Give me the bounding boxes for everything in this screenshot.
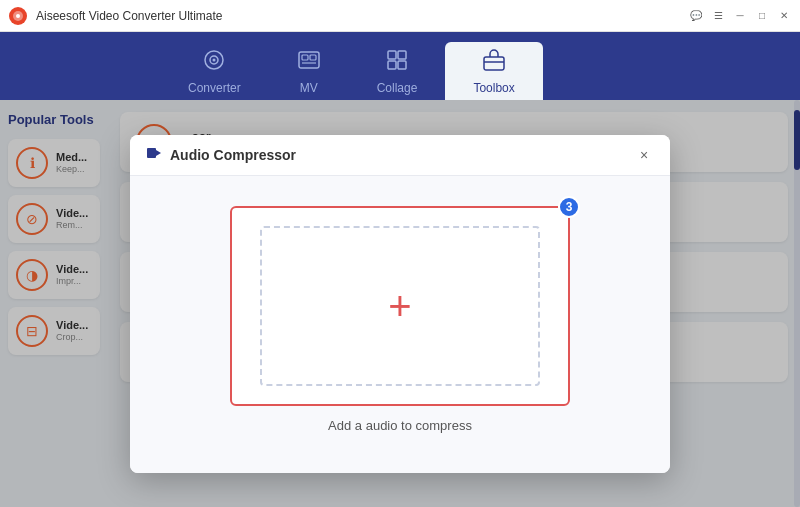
- svg-rect-16: [147, 148, 156, 158]
- mv-icon: [297, 48, 321, 77]
- tab-mv[interactable]: MV: [269, 42, 349, 100]
- tab-converter[interactable]: Converter: [160, 42, 269, 100]
- tab-mv-label: MV: [300, 81, 318, 95]
- converter-icon: [202, 48, 226, 77]
- svg-rect-10: [388, 51, 396, 59]
- modal-header: Audio Compressor ×: [130, 135, 670, 176]
- toolbox-icon: [482, 48, 506, 77]
- app-logo: [8, 6, 28, 26]
- tab-converter-label: Converter: [188, 81, 241, 95]
- drop-plus-icon: +: [388, 286, 411, 326]
- audio-compressor-modal: Audio Compressor × + 3 Add a audio to co…: [130, 135, 670, 473]
- menu-button[interactable]: ☰: [710, 8, 726, 24]
- svg-rect-12: [388, 61, 396, 69]
- drop-area-wrapper: + 3: [230, 206, 570, 406]
- drop-area-inner: +: [260, 226, 540, 386]
- modal-title: Audio Compressor: [170, 147, 626, 163]
- minimize-button[interactable]: ─: [732, 8, 748, 24]
- main-content: Popular Tools ℹ Med... Keep... ⊘ Vide...…: [0, 100, 800, 507]
- drop-area[interactable]: +: [230, 206, 570, 406]
- tab-toolbox-label: Toolbox: [473, 81, 514, 95]
- svg-rect-13: [398, 61, 406, 69]
- collage-icon: [385, 48, 409, 77]
- svg-rect-8: [310, 55, 316, 60]
- window-controls: 💬 ☰ ─ □ ✕: [688, 8, 792, 24]
- modal-body: + 3 Add a audio to compress: [130, 176, 670, 473]
- title-bar: Aiseesoft Video Converter Ultimate 💬 ☰ ─…: [0, 0, 800, 32]
- modal-close-button[interactable]: ×: [634, 145, 654, 165]
- svg-point-2: [16, 14, 20, 18]
- drop-label: Add a audio to compress: [328, 418, 472, 433]
- svg-point-5: [213, 58, 216, 61]
- badge-count: 3: [558, 196, 580, 218]
- tab-collage[interactable]: Collage: [349, 42, 446, 100]
- chat-button[interactable]: 💬: [688, 8, 704, 24]
- svg-rect-11: [398, 51, 406, 59]
- maximize-button[interactable]: □: [754, 8, 770, 24]
- nav-bar: Converter MV Collage: [0, 32, 800, 100]
- close-button[interactable]: ✕: [776, 8, 792, 24]
- app-title: Aiseesoft Video Converter Ultimate: [36, 9, 688, 23]
- modal-header-icon: [146, 145, 162, 165]
- svg-rect-7: [302, 55, 308, 60]
- svg-rect-14: [484, 57, 504, 70]
- tab-collage-label: Collage: [377, 81, 418, 95]
- tab-toolbox[interactable]: Toolbox: [445, 42, 542, 100]
- modal-overlay: Audio Compressor × + 3 Add a audio to co…: [0, 100, 800, 507]
- svg-marker-17: [156, 150, 161, 156]
